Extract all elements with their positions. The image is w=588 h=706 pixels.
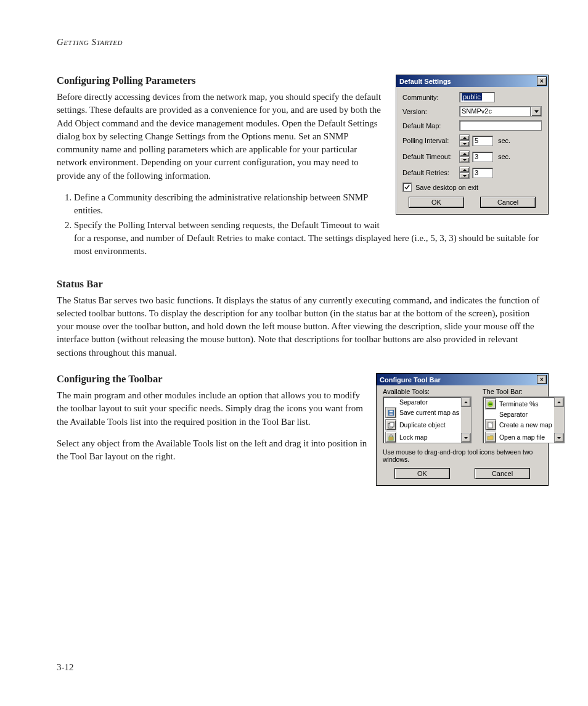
list-item[interactable]: Duplicate object xyxy=(383,419,461,431)
scrollbar[interactable] xyxy=(461,397,471,443)
svg-marker-2 xyxy=(463,143,467,145)
available-tools-list[interactable]: SeparatorSave current map asDuplicate ob… xyxy=(383,396,472,443)
polling-interval-spinner[interactable] xyxy=(459,134,470,147)
svg-marker-0 xyxy=(534,110,539,113)
default-retries-spinner[interactable] xyxy=(459,166,470,179)
default-map-input[interactable] xyxy=(459,120,542,131)
list-item[interactable]: Save current map as xyxy=(383,406,461,419)
polling-interval-label: Polling Interval: xyxy=(402,137,459,144)
default-settings-dialog: Default Settings × Community: public Ver… xyxy=(396,75,549,215)
list-item[interactable]: Separator xyxy=(483,410,554,419)
ok-button[interactable]: OK xyxy=(394,468,450,479)
drag-hint: Use mouse to drag-and-drop tool icons be… xyxy=(383,448,542,463)
open-map-icon xyxy=(485,432,496,443)
scrollbar[interactable] xyxy=(554,397,564,443)
version-label: Version: xyxy=(402,108,459,115)
svg-marker-13 xyxy=(464,401,468,403)
default-map-label: Default Map: xyxy=(402,122,459,129)
default-retries-input[interactable]: 3 xyxy=(472,168,493,178)
configure-toolbar-dialog: Configure Tool Bar × Available Tools: Se… xyxy=(376,373,549,486)
sec-unit: sec. xyxy=(498,153,510,160)
list-item[interactable]: Create a new map xyxy=(483,419,554,431)
save-desktop-label: Save desktop on exit xyxy=(415,184,478,191)
dialog-title: Configure Tool Bar xyxy=(380,376,441,384)
list-item[interactable]: Separator xyxy=(383,398,461,406)
polling-interval-input[interactable]: 5 xyxy=(472,136,493,146)
sec-unit: sec. xyxy=(498,137,510,144)
cancel-button[interactable]: Cancel xyxy=(475,468,530,479)
svg-rect-16 xyxy=(489,403,492,404)
svg-marker-21 xyxy=(557,437,561,439)
duplicate-icon xyxy=(385,419,396,430)
svg-marker-4 xyxy=(463,159,467,161)
close-button[interactable]: × xyxy=(537,76,547,86)
running-head: Getting Started xyxy=(57,37,549,47)
community-input[interactable]: public xyxy=(459,92,495,102)
status-para: The Status Bar serves two basic function… xyxy=(57,294,549,359)
version-select-button[interactable] xyxy=(531,106,542,117)
version-select[interactable]: SNMPv2c xyxy=(459,106,531,117)
svg-marker-5 xyxy=(463,169,467,171)
default-timeout-input[interactable]: 3 xyxy=(472,152,493,162)
default-timeout-label: Default Timeout: xyxy=(402,153,459,160)
polling-step-2: Specify the Polling Interval between sen… xyxy=(74,219,549,258)
svg-marker-19 xyxy=(488,435,493,439)
terminate-icon xyxy=(485,398,496,409)
save-map-icon xyxy=(385,407,396,418)
svg-marker-1 xyxy=(463,137,467,139)
list-item[interactable]: Lock map xyxy=(383,431,461,443)
toolbar-label: The Tool Bar: xyxy=(483,388,565,395)
heading-status: Status Bar xyxy=(57,278,549,290)
svg-marker-20 xyxy=(557,401,561,403)
svg-rect-11 xyxy=(390,422,393,426)
cancel-button[interactable]: Cancel xyxy=(480,197,536,208)
default-timeout-spinner[interactable] xyxy=(459,150,470,163)
toolbar-list[interactable]: Terminate %sSeparatorCreate a new mapOpe… xyxy=(483,396,565,443)
ok-button[interactable]: OK xyxy=(409,197,464,208)
list-item[interactable]: Terminate %s xyxy=(483,398,554,410)
page-number: 3-12 xyxy=(57,662,74,673)
new-map-icon xyxy=(485,419,496,430)
close-button[interactable]: × xyxy=(537,375,547,384)
lock-icon xyxy=(385,432,396,443)
svg-rect-9 xyxy=(389,413,393,415)
svg-rect-17 xyxy=(488,422,492,427)
dialog-title: Default Settings xyxy=(399,78,451,85)
default-retries-label: Default Retries: xyxy=(402,169,459,176)
community-label: Community: xyxy=(402,94,459,101)
svg-marker-14 xyxy=(464,437,468,439)
svg-rect-12 xyxy=(388,437,393,440)
save-desktop-checkbox[interactable] xyxy=(402,183,412,192)
list-item[interactable]: Open a map file xyxy=(483,431,554,443)
available-tools-label: Available Tools: xyxy=(383,388,472,395)
svg-marker-6 xyxy=(463,175,467,177)
svg-rect-8 xyxy=(389,410,393,412)
svg-marker-3 xyxy=(463,153,467,155)
